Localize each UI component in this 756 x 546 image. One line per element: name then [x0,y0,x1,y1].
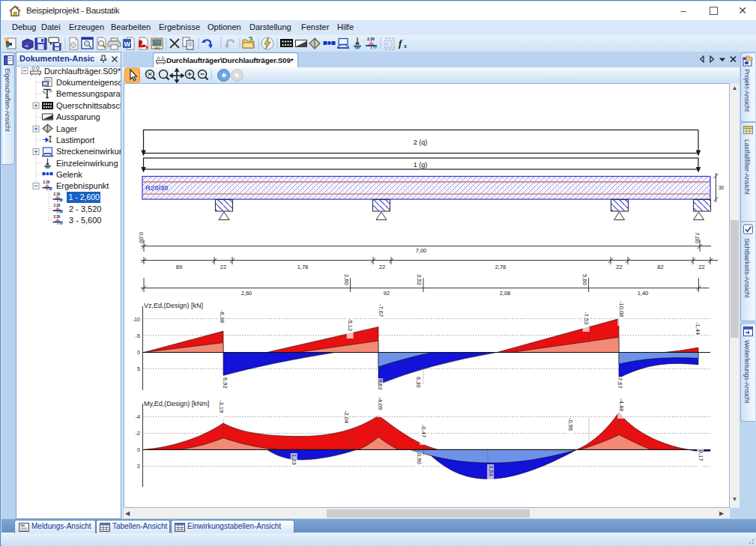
svg-text:7,67: 7,67 [617,377,623,389]
svg-text:Durchlaufträger.S09*: Durchlaufträger.S09* [44,67,121,76]
svg-text:2,78: 2,78 [495,264,506,270]
svg-text:-4: -4 [136,414,140,419]
svg-text:-6,38: -6,38 [219,310,226,323]
svg-text:30: 30 [719,185,725,190]
svg-text:1 (g): 1 (g) [414,161,428,169]
svg-text:1,78: 1,78 [297,264,309,270]
svg-text:2,60: 2,60 [343,274,350,285]
svg-text:x: x [403,43,407,49]
svg-text:Einzeleinwirkung: Einzeleinwirkung [56,159,118,168]
svg-text:Vz,Ed,(Design) [kN]: Vz,Ed,(Design) [kN] [144,302,203,309]
svg-text:22: 22 [220,264,226,270]
svg-text:-2,04: -2,04 [343,410,350,423]
svg-text:1,23: 1,23 [291,454,297,465]
svg-text:-10,08: -10,08 [618,301,625,317]
svg-text:3 - 5,600: 3 - 5,600 [69,216,101,225]
svg-text:89: 89 [176,264,182,270]
svg-text:-10: -10 [133,317,140,322]
svg-text:2,08: 2,08 [500,290,511,297]
svg-text:f: f [399,37,403,49]
svg-text:abc: abc [154,46,161,50]
svg-text:2,60: 2,60 [241,290,252,297]
svg-text:5,60: 5,60 [581,274,588,285]
svg-text:-7,53: -7,53 [583,312,590,324]
svg-text:2 (q): 2 (q) [414,139,428,146]
svg-text:0: 0 [137,447,140,452]
svg-text:2,36: 2,36 [54,204,61,207]
svg-text:-0,47: -0,47 [420,425,427,437]
svg-text:-4,09: -4,09 [377,397,384,410]
svg-text:7,00: 7,00 [416,247,427,254]
svg-text:Gelenk: Gelenk [56,170,82,179]
svg-text:2,36: 2,36 [367,37,375,41]
svg-text:0,00: 0,00 [138,232,145,243]
svg-text:0,90: 0,90 [416,453,423,464]
svg-text:-5: -5 [136,333,140,339]
svg-text:3,53: 3,53 [488,465,495,476]
svg-text:2,36: 2,36 [43,181,50,184]
svg-text:0: 0 [137,350,140,355]
svg-text:Aussparung: Aussparung [56,112,100,121]
svg-text:-7,67: -7,67 [378,304,384,317]
svg-text:5: 5 [137,366,140,371]
svg-text:0,17: 0,17 [698,450,704,461]
svg-text:6,30: 6,30 [415,377,422,388]
svg-text:-5,12: -5,12 [347,318,354,331]
svg-text:9,62: 9,62 [377,379,384,390]
svg-text:6,92: 6,92 [222,377,229,389]
svg-text:Streckeneinwirkung: Streckeneinwirkung [56,147,121,156]
svg-text:22: 22 [379,264,385,270]
svg-text:-0,96: -0,96 [567,418,574,431]
svg-text:My,Ed,(Design) [kNm]: My,Ed,(Design) [kNm] [144,400,209,407]
svg-text:1 - 2,600: 1 - 2,600 [69,192,100,201]
svg-text:-2: -2 [136,431,140,436]
svg-text:Ergebnispunkt: Ergebnispunkt [56,181,109,190]
svg-text:1,40: 1,40 [638,290,649,297]
svg-text:22: 22 [616,264,622,270]
svg-text:Lager: Lager [56,124,77,133]
svg-text:-3,19: -3,19 [218,400,225,413]
svg-text:Lastimport: Lastimport [56,136,94,145]
svg-text:22: 22 [698,264,704,270]
svg-text:2,36: 2,36 [54,215,61,219]
svg-text:Bemessungsparame: Bemessungsparame [56,89,121,98]
svg-text:3,52: 3,52 [416,274,423,285]
svg-text:2 - 3,520: 2 - 3,520 [69,204,101,213]
svg-text:-1,44: -1,44 [695,322,701,335]
svg-text:82: 82 [657,264,663,270]
svg-text:2,36: 2,36 [54,192,61,196]
svg-text:-4,48: -4,48 [618,398,625,411]
svg-text:Querschnittsabschn: Querschnittsabschn [56,101,121,110]
svg-text:7,00: 7,00 [694,232,701,243]
svg-text:2: 2 [137,464,140,469]
svg-text:92: 92 [384,290,390,297]
svg-text:Dokumenteigensch: Dokumenteigensch [56,78,121,87]
svg-text:R20/30: R20/30 [145,183,169,192]
svg-text:W: W [124,40,131,48]
